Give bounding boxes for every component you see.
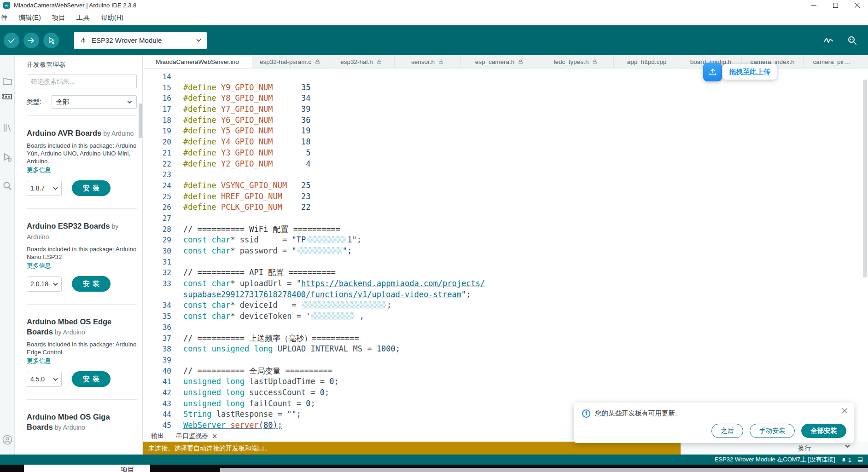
toast-message: 您的某些开发板有可用更新。 (595, 409, 682, 418)
version-value: 1.8.7 (30, 184, 45, 192)
manual-install-button[interactable]: 手动安装 (750, 424, 795, 438)
window-title: MiaodaCameraWebServer | Arduino IDE 2.3.… (14, 2, 136, 9)
board-selector[interactable]: ESP32 Wrover Module (74, 32, 207, 49)
editor-tab[interactable]: ledc_types.h (538, 55, 614, 68)
editor-tab[interactable]: esp_camera.h (461, 55, 538, 68)
boards-manager-button[interactable] (2, 91, 13, 102)
panel-scrollbar[interactable] (139, 104, 142, 138)
menu-item[interactable]: 工具 (71, 13, 95, 22)
drag-upload-overlay: 拖拽至此上传 (703, 63, 777, 81)
code-area[interactable]: 1415#define Y9_GPIO_NUM 3516#define Y8_G… (143, 69, 868, 430)
board-card: Arduino AVR Boards by ArduinoBoards incl… (27, 116, 137, 209)
debug-panel-button[interactable] (2, 152, 13, 163)
type-select[interactable]: 全部 (52, 95, 137, 109)
menu-item[interactable]: 帮助(H) (95, 13, 129, 22)
tab-label: esp32-hal.h (340, 58, 373, 65)
line-number: 45 (143, 420, 179, 430)
install-all-button[interactable]: 全部安装 (801, 424, 846, 438)
serial-monitor-button[interactable] (847, 35, 858, 46)
chevron-down-icon[interactable] (845, 444, 850, 448)
line-number: 30 (143, 246, 179, 257)
line-number: 21 (143, 148, 179, 159)
redacted-text (311, 312, 354, 320)
search-button[interactable] (2, 180, 13, 191)
tab-label: esp32-hal-psram.c (260, 58, 311, 65)
code-line: supabase299127317618278400/functions/v1/… (143, 289, 868, 300)
minimize-button[interactable] (803, 0, 825, 10)
serial-plotter-icon (823, 35, 834, 46)
toast-close-button[interactable] (842, 408, 847, 414)
line-number: 26 (143, 202, 179, 213)
verify-button[interactable] (4, 33, 19, 48)
line-number: 32 (143, 267, 179, 278)
upload-button[interactable] (23, 33, 39, 48)
line-ending-select[interactable]: 换行 (798, 444, 811, 453)
close-icon[interactable] (212, 434, 217, 438)
board-card: Arduino Mbed OS Edge Boards by ArduinoBo… (27, 305, 137, 400)
output-tab-label: 输出 (151, 432, 164, 440)
usb-icon (80, 36, 87, 45)
version-select[interactable]: 4.5.0 (27, 372, 62, 387)
install-button[interactable]: 安装 (72, 276, 111, 292)
code-line: 22#define Y2_GPIO_NUM 4 (143, 159, 868, 170)
code-line: 41unsigned long lastUploadTime = 0; (143, 376, 868, 387)
boards-update-toast: i 您的某些开发板有可用更新。 之后 手动安装 全部安装 (574, 403, 854, 443)
editor: MiaodaCameraWebServer.inoesp32-hal-psram… (143, 55, 868, 455)
account-button[interactable] (2, 434, 13, 445)
lock-icon (315, 59, 320, 65)
folder-icon (2, 75, 13, 86)
code-line: 23 (143, 169, 868, 180)
board-selector-label: ESP32 Wrover Module (92, 36, 196, 44)
line-number: 42 (143, 387, 179, 398)
library-manager-button[interactable] (2, 122, 13, 133)
update-later-button[interactable]: 之后 (711, 424, 743, 438)
menu-item[interactable]: 编辑(E) (13, 13, 47, 22)
toggle-panel-button[interactable] (857, 456, 863, 463)
redacted-text (307, 236, 346, 243)
code-line: 40// ========== 全局变量 ========== (143, 366, 868, 377)
menu-item[interactable]: 件 (0, 13, 13, 22)
editor-scrollbar[interactable] (863, 80, 867, 277)
editor-tab[interactable]: app_httpd.cpp (614, 55, 680, 68)
notifications-button[interactable]: 1 (841, 456, 851, 463)
board-card-author: by Arduino (53, 424, 85, 431)
line-number: 19 (143, 126, 179, 137)
sketchbook-button[interactable] (2, 75, 13, 86)
line-number: 24 (143, 180, 179, 191)
chevron-down-icon (53, 187, 58, 190)
code-line: 27 (143, 213, 868, 224)
maximize-button[interactable] (825, 0, 846, 10)
code-line: 32// ========== API 配置 ========== (143, 267, 868, 278)
editor-tab[interactable]: sensor.h (395, 55, 461, 68)
lock-icon (592, 59, 598, 65)
lock-icon (376, 59, 382, 65)
editor-tab[interactable]: camera_pir… (804, 55, 860, 68)
code-line: 17#define Y7_GPIO_NUM 39 (143, 104, 868, 115)
output-tab[interactable]: 输出 (151, 432, 164, 440)
line-number: 43 (143, 398, 179, 409)
code-line: 18#define Y6_GPIO_NUM 36 (143, 115, 868, 126)
more-info-link[interactable]: 更多信息 (27, 357, 51, 365)
close-button[interactable] (846, 0, 868, 10)
board-card: Arduino Mbed OS Giga Boards by Arduino (27, 400, 137, 445)
version-select[interactable]: 2.0.18- (27, 276, 62, 292)
line-number: 40 (143, 366, 179, 377)
install-button[interactable]: 安装 (72, 180, 111, 196)
search-input[interactable] (27, 75, 137, 88)
more-info-link[interactable]: 更多信息 (27, 166, 51, 174)
code-line: 15#define Y9_GPIO_NUM 35 (143, 82, 868, 93)
more-info-link[interactable]: 更多信息 (27, 262, 51, 270)
editor-tab[interactable]: MiaodaCameraWebServer.ino (143, 55, 252, 68)
arduino-app-icon: ∞ (3, 2, 10, 9)
version-select[interactable]: 1.8.7 (27, 181, 62, 196)
install-button[interactable]: 安装 (72, 371, 111, 387)
serial-plotter-button[interactable] (823, 35, 834, 46)
board-card-name: Arduino AVR Boards (27, 129, 101, 137)
serial-monitor-tab[interactable]: 串口监视器 (176, 432, 217, 440)
debug-button[interactable] (43, 33, 59, 48)
debug-icon (47, 36, 56, 45)
editor-tab[interactable]: esp32-hal-psram.c (252, 55, 328, 68)
menu-item[interactable]: 项目 (47, 13, 71, 22)
editor-tab[interactable]: esp32-hal.h (328, 55, 395, 68)
line-number: 25 (143, 191, 179, 202)
